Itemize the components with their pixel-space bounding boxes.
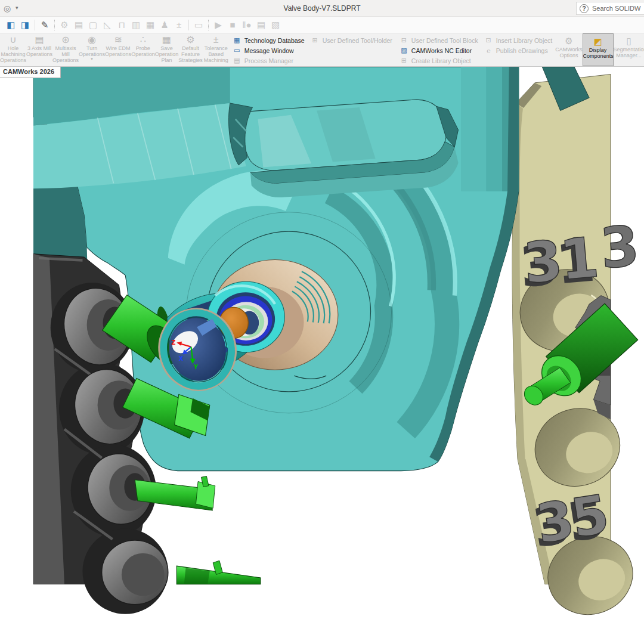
axis-y-label: Y (193, 364, 199, 370)
operation-list-icon[interactable]: ▦ (143, 18, 157, 32)
wire-edm-icon: ≋ (105, 35, 131, 45)
button-label: Insert Library Object (496, 37, 553, 44)
default-feature-strategies-button[interactable]: ⚙ Default Feature Strategies (178, 33, 203, 66)
insert-library-object-icon: ⊡ (484, 36, 493, 44)
message-window-button[interactable]: ▭ Message Window (230, 45, 308, 55)
multiaxis-mill-operations-button[interactable]: ⊛ Multiaxis Mill Operations (52, 33, 79, 66)
user-defined-tool-block-button[interactable]: ⊟ User Defined Tool Block (397, 35, 481, 45)
button-label: Publish eDrawings (496, 47, 548, 54)
tab-camworks-2026[interactable]: CAMWorks 2026 (0, 67, 61, 78)
nc-edit-document-icon[interactable]: ▧ (268, 18, 283, 32)
button-label: Multiaxis Mill Operations (52, 45, 79, 63)
toolbar-separator (208, 20, 209, 30)
button-label: Message Window (244, 47, 294, 54)
define-machine-icon[interactable]: ⚙ (57, 18, 72, 32)
button-label: Default Feature Strategies (178, 45, 203, 63)
stop-icon[interactable]: ■ (225, 18, 240, 32)
publish-edrawings-button[interactable]: ℮ Publish eDrawings (481, 45, 556, 55)
turn-operations-icon: ◉ (79, 35, 105, 45)
button-label: Wire EDM Operations (105, 45, 131, 57)
display-components-button[interactable]: ◩ Display Components (583, 33, 614, 66)
probe-operation-button[interactable]: ∴ Probe Operation (131, 33, 155, 66)
button-label: Tolerance Based Machining (204, 45, 228, 63)
user-defined-tool-holder-button[interactable]: ⊞ User Defined Tool/Holder (308, 35, 395, 45)
search-input[interactable]: Search SOLIDW (592, 5, 640, 12)
create-library-object-button[interactable]: ⊞ Create Library Object (397, 55, 481, 66)
ribbon-column-2: ⊞ User Defined Tool/Holder (308, 33, 395, 66)
turret-station-4[interactable] (102, 540, 168, 605)
station-number-partial: 3 (597, 213, 642, 281)
stock-box-icon[interactable]: ▢ (86, 18, 100, 32)
svg-text:31: 31 (521, 225, 600, 296)
frame-select-icon[interactable]: ▭ (191, 18, 206, 32)
button-label: CAMWorks NC Editor (411, 47, 472, 54)
axis-x-label: X (179, 355, 184, 362)
hole-machining-operations-button[interactable]: ∪ Hole Machining Operations (0, 33, 26, 66)
setup-ramp-icon[interactable]: ◺ (100, 18, 114, 32)
save-operation-plan-button[interactable]: ▦ Save Operation Plan (155, 33, 179, 66)
window-title: Valve Body-V7.SLDPRT (0, 4, 644, 13)
svg-text:35: 35 (532, 483, 611, 555)
technology-database-icon: ▦ (233, 36, 242, 44)
toolbar-separator (35, 20, 35, 30)
button-label: Hole Machining Operations (0, 45, 26, 63)
tool-crib-icon[interactable]: ♟ (157, 18, 172, 32)
button-label: Turn Operations (79, 45, 105, 57)
graphics-viewport[interactable]: 31 31 3 35 35 (0, 67, 644, 644)
create-library-object-icon: ⊞ (400, 57, 408, 64)
message-window-icon: ▭ (233, 47, 242, 54)
process-manager-button[interactable]: ▤ Process Manager (230, 55, 308, 66)
title-bar: ◎ ▾ Valve Body-V7.SLDPRT ? Search SOLIDW (0, 0, 644, 17)
wire-edm-operations-button[interactable]: ≋ Wire EDM Operations (105, 33, 131, 66)
ribbon-column-1: ▦ Technology Database ▭ Message Window ▤… (230, 33, 308, 66)
button-label: Create Library Object (411, 57, 471, 64)
tolerance-icon: ± (204, 35, 228, 45)
hole-machining-icon: ∪ (0, 35, 26, 45)
axis-z-label: Z (171, 339, 175, 346)
pause-record-icon[interactable]: ‖● (240, 18, 254, 32)
button-label: User Defined Tool Block (411, 37, 478, 44)
toolbar-separator (54, 20, 55, 30)
insert-library-object-button[interactable]: ⊡ Insert Library Object (481, 35, 556, 45)
camworks-options-icon: ⚙ (555, 36, 582, 47)
fixture-clamp-icon[interactable]: ⊓ (114, 18, 129, 32)
tolerance-based-machining-button[interactable]: ± Tolerance Based Machining (204, 33, 228, 66)
multiaxis-mill-icon: ⊛ (52, 35, 79, 45)
play-icon[interactable]: ▶ (211, 18, 225, 32)
station-number-31: 31 31 (517, 225, 600, 300)
turn-operations-button[interactable]: ◉ Turn Operations ▾ (79, 33, 105, 66)
part-cube-1-icon[interactable]: ◧ (4, 18, 18, 32)
camworks-options-button[interactable]: ⚙ CAMWorks Options (555, 33, 582, 66)
plus-minus-icon[interactable]: ± (172, 18, 186, 32)
machine-monitor-icon[interactable]: ▥ (129, 18, 143, 32)
airbrush-tool-icon[interactable]: ✎ (38, 18, 52, 32)
button-label: Segmentation Manager... (614, 47, 644, 58)
button-label: Probe Operation (131, 45, 155, 57)
user-defined-tool-holder-icon: ⊞ (311, 36, 320, 44)
button-label: CAMWorks Options (555, 47, 582, 58)
process-manager-icon: ▤ (233, 57, 242, 64)
stock-manager-icon[interactable]: ▤ (72, 18, 86, 32)
toolbar-separator (188, 20, 189, 30)
button-label: 3 Axis Mill Operations (26, 45, 52, 57)
button-label: Process Manager (244, 57, 293, 64)
technology-database-button[interactable]: ▦ Technology Database (230, 35, 308, 45)
segmentation-manager-icon: ▯ (614, 36, 644, 47)
probe-icon: ∴ (131, 35, 155, 45)
camworks-nc-editor-button[interactable]: ▨ CAMWorks NC Editor (397, 45, 481, 55)
ribbon-column-3: ⊟ User Defined Tool Block ▨ CAMWorks NC … (397, 33, 481, 66)
save-plan-icon: ▦ (155, 35, 179, 45)
publish-edrawings-icon: ℮ (484, 47, 493, 54)
ribbon-column-4: ⊡ Insert Library Object ℮ Publish eDrawi… (481, 33, 556, 66)
search-help-icon: ? (580, 4, 589, 13)
segmentation-manager-button[interactable]: ▯ Segmentation Manager... (614, 33, 644, 66)
dropdown-caret-icon: ▾ (79, 57, 105, 61)
search-box[interactable]: ? Search SOLIDW (576, 2, 644, 15)
nc-editor-icon: ▨ (400, 47, 408, 54)
3-axis-mill-operations-button[interactable]: ▤ 3 Axis Mill Operations (26, 33, 52, 66)
station-number-35: 35 35 (528, 483, 611, 559)
nc-document-icon[interactable]: ▤ (254, 18, 268, 32)
part-cube-2-icon[interactable]: ◨ (18, 18, 32, 32)
button-label: User Defined Tool/Holder (323, 37, 392, 44)
camworks-ribbon: ∪ Hole Machining Operations ▤ 3 Axis Mil… (0, 33, 644, 67)
